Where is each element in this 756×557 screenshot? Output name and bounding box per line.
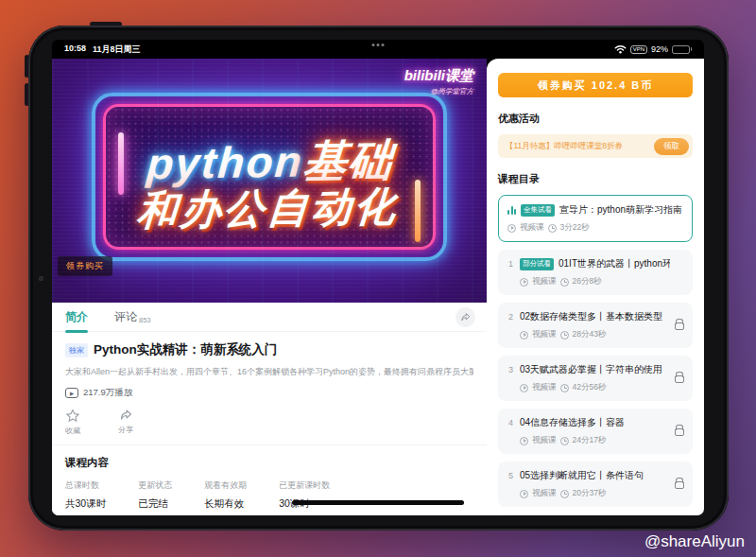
lesson-duration: 20分37秒 (573, 488, 607, 499)
multitasking-indicator-icon[interactable] (372, 44, 385, 46)
coupon-text: 【11月特惠】哔哩哔哩课堂8折券 (506, 141, 650, 152)
share-button[interactable] (455, 307, 475, 327)
home-indicator[interactable] (292, 500, 464, 505)
star-icon (65, 409, 80, 423)
thumbnail-title-line2: 和办公自动化 (135, 183, 400, 232)
stat-updated-lessons: 已更新课时数 30课时 (279, 479, 330, 511)
favorite-label: 收藏 (65, 426, 80, 436)
trial-badge: 全集试看 (521, 204, 555, 217)
tab-intro[interactable]: 简介 (65, 309, 88, 325)
lesson-type: 视频课 (532, 382, 557, 393)
duration-icon (560, 490, 569, 498)
stat-total-lessons: 总课时数 共30课时 (65, 479, 106, 511)
duration-icon (560, 437, 569, 445)
lesson-duration: 42分56秒 (573, 382, 607, 393)
photo-background: 10:58 11月8日周三 VPN 92% (0, 0, 756, 557)
duration-icon (560, 384, 569, 392)
lesson-title: 05选择判断就用它丨条件语句 (520, 469, 670, 482)
lesson-title: 02数据存储类型多丨基本数据类型 (520, 310, 670, 323)
share-arrow-icon (118, 409, 133, 422)
duration-icon (548, 224, 557, 233)
course-info-section: 独家 Python实战精讲：萌新系统入门 大家和Allen一起从新手村出发，用四… (52, 332, 487, 445)
share-action-button[interactable]: 分享 (118, 409, 133, 436)
lesson-type: 视频课 (532, 488, 557, 499)
bilibili-class-logo: bilibili课堂 @尚学堂官方 (404, 67, 473, 96)
course-item[interactable]: 6 06重复工作必杀技丨循环语句 视频课 25分32秒 (498, 514, 693, 515)
thumbnail-title-python: python (146, 136, 305, 188)
lesson-type: 视频课 (532, 329, 557, 340)
lesson-index: 1 (507, 259, 515, 269)
course-item[interactable]: 2 02数据存储类型多丨基本数据类型 视频课 28分43秒 (498, 303, 693, 348)
wifi-icon (614, 44, 627, 54)
lock-icon (675, 322, 684, 330)
logo-text: bilibili课堂 (404, 67, 473, 85)
course-sidebar: 领券购买 102.4 B币 优惠活动 【11月特惠】哔哩哔哩课堂8折券 领取 课… (487, 59, 704, 515)
lesson-index: 3 (507, 365, 515, 374)
course-content-title: 课程内容 (65, 456, 473, 470)
ipad-screen: 10:58 11月8日周三 VPN 92% (52, 40, 704, 515)
course-item[interactable]: 1 部分试看 01IT世界的武器丨python环境搭建_第一个 视频课 26分8… (498, 250, 693, 295)
trial-badge: 部分试看 (520, 258, 554, 270)
course-item[interactable]: 3 03天赋武器必掌握丨字符串的使用 视频课 42分56秒 (498, 356, 693, 401)
battery-icon (672, 45, 692, 54)
video-type-icon (520, 437, 528, 445)
course-item-featured[interactable]: 全集试看 宣导片：python萌新学习指南 视频课 3分22秒 (498, 195, 693, 242)
logo-subtext: @尚学堂官方 (404, 87, 473, 96)
video-type-icon (507, 224, 516, 233)
lesson-type: 视频课 (532, 435, 557, 446)
neon-frame (92, 93, 447, 261)
lesson-title: 04信息存储选择多丨容器 (520, 416, 670, 429)
lesson-index: 5 (507, 471, 515, 480)
lock-icon (675, 428, 684, 436)
lesson-duration: 24分17秒 (573, 435, 607, 446)
thumbnail-title-jichu: 基础 (301, 135, 396, 186)
duration-icon (560, 331, 569, 339)
tab-comments[interactable]: 评论 853 (114, 309, 151, 325)
course-title: Python实战精讲：萌新系统入门 (94, 341, 277, 358)
play-count: 217.9万播放 (83, 387, 132, 399)
status-time: 10:58 (64, 44, 86, 56)
ipad-device: 10:58 11月8日周三 VPN 92% (28, 26, 729, 531)
lesson-index: 4 (507, 418, 515, 427)
lesson-index: 2 (507, 312, 515, 322)
video-type-icon (520, 490, 528, 498)
course-list[interactable]: 全集试看 宣导片：python萌新学习指南 视频课 3分22秒 (498, 195, 693, 515)
front-camera (39, 276, 43, 281)
course-item[interactable]: 5 05选择判断就用它丨条件语句 视频课 20分37秒 (498, 461, 693, 507)
vpn-badge: VPN (630, 45, 647, 54)
now-playing-icon (507, 206, 516, 215)
catalog-section-title: 课程目录 (498, 172, 693, 186)
lesson-title: 宣导片：python萌新学习指南 (559, 203, 683, 217)
favorite-button[interactable]: 收藏 (65, 409, 80, 436)
stat-validity: 观看有效期 长期有效 (204, 479, 247, 511)
video-player[interactable]: python基础 和办公自动化 bilibili课堂 @尚学堂官方 领券购买 (52, 59, 487, 303)
lesson-title: 01IT世界的武器丨python环境搭建_第一个 (558, 257, 670, 270)
neon-tube-left (118, 132, 124, 195)
battery-percent: 92% (651, 44, 668, 54)
share-icon (460, 312, 471, 322)
claim-coupon-button[interactable]: 领取 (654, 138, 689, 155)
comments-count: 853 (139, 316, 151, 325)
lock-icon (675, 375, 684, 383)
neon-tube-right (415, 180, 421, 242)
lesson-duration: 3分22秒 (560, 222, 590, 234)
video-type-icon (520, 384, 528, 392)
photo-watermark: @shareAliyun (644, 532, 745, 551)
status-date: 11月8日周三 (93, 44, 141, 56)
duration-icon (560, 278, 569, 287)
coupon-banner[interactable]: 【11月特惠】哔哩哔哩课堂8折券 领取 (498, 134, 693, 158)
share-label: 分享 (118, 425, 133, 435)
promo-section-title: 优惠活动 (498, 112, 693, 126)
video-type-icon (520, 278, 528, 287)
video-coupon-badge[interactable]: 领券购买 (58, 256, 112, 276)
tab-bar: 简介 评论 853 (52, 303, 487, 332)
course-description: 大家和Allen一起从新手村出发，用四个章节、16个案例解锁各种学习Python… (65, 366, 473, 378)
lesson-duration: 26分8秒 (573, 276, 602, 287)
buy-button[interactable]: 领券购买 102.4 B币 (498, 73, 693, 97)
tab-comments-label: 评论 (114, 309, 137, 325)
play-count-icon: ▶ (65, 388, 78, 398)
status-bar: 10:58 11月8日周三 VPN 92% (52, 40, 704, 59)
lesson-type: 视频课 (532, 276, 557, 287)
course-item[interactable]: 4 04信息存储选择多丨容器 视频课 24分17秒 (498, 409, 693, 454)
lesson-type: 视频课 (520, 222, 544, 234)
